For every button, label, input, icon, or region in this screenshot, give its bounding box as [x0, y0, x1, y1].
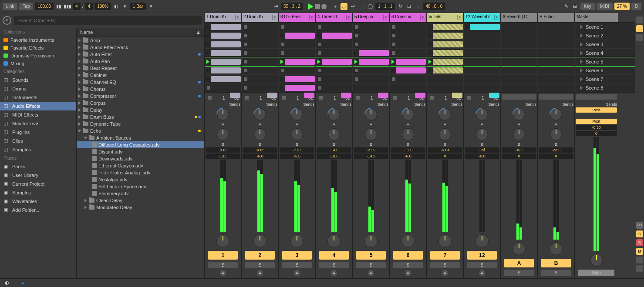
expand-arrow-icon[interactable]	[78, 94, 81, 98]
track-header[interactable]: Vocals	[427, 13, 464, 22]
send-b-knob[interactable]	[550, 128, 562, 140]
clip-play-icon[interactable]	[206, 25, 209, 29]
clip-play-icon[interactable]	[206, 42, 209, 47]
clip-stop-icon[interactable]	[281, 43, 284, 46]
send-a-knob[interactable]	[513, 108, 525, 120]
tempo-field[interactable]: 100.00	[35, 3, 54, 10]
search-input[interactable]	[14, 16, 202, 25]
clip[interactable]	[433, 41, 463, 47]
pan-knob[interactable]	[216, 234, 229, 247]
clip-slot[interactable]	[279, 23, 316, 31]
clip-play-icon[interactable]	[280, 86, 283, 90]
clip-slot[interactable]	[464, 49, 501, 57]
clip-slot[interactable]	[427, 49, 464, 57]
clip-stop-icon[interactable]	[244, 43, 247, 46]
clip[interactable]	[285, 33, 315, 39]
clip-slot[interactable]	[205, 75, 242, 83]
clip-slot[interactable]	[390, 66, 427, 74]
tap-button[interactable]: Tap	[19, 3, 33, 10]
loop-field[interactable]: 48 . 0 . 0	[423, 3, 445, 10]
solo-button[interactable]: S	[430, 262, 460, 268]
expand-arrow-icon[interactable]	[78, 122, 81, 126]
clip[interactable]	[433, 24, 463, 30]
clip-play-icon[interactable]	[206, 51, 209, 55]
clip-slot[interactable]	[316, 23, 353, 31]
arm-button[interactable]: ●	[442, 270, 448, 276]
device-item[interactable]: Beat Repeat	[77, 65, 204, 72]
clip-slot[interactable]	[242, 75, 279, 83]
preset-item[interactable]: Filter Flutter Analog .adv	[77, 169, 204, 176]
crossfade-icon[interactable]	[636, 265, 643, 272]
send-value[interactable]: 0	[539, 154, 573, 159]
clip[interactable]	[396, 59, 426, 65]
expand-arrow-icon[interactable]	[78, 130, 81, 132]
clip-slot[interactable]	[464, 40, 501, 48]
clip-slot[interactable]	[205, 66, 242, 74]
send-a-knob[interactable]	[254, 108, 266, 120]
delay-icon[interactable]	[636, 257, 643, 264]
clip-slot[interactable]	[464, 66, 501, 74]
arm-button[interactable]: ●	[294, 270, 300, 276]
device-item[interactable]: Corpus	[77, 100, 204, 107]
clip[interactable]	[359, 50, 389, 56]
clip-slot[interactable]	[205, 23, 242, 31]
clip-stop-icon[interactable]	[318, 25, 321, 29]
send-a-knob[interactable]	[550, 108, 562, 120]
clip-play-icon[interactable]	[206, 77, 209, 81]
clip-play-icon[interactable]	[428, 51, 432, 55]
place-item[interactable]: ▣Samples	[0, 188, 76, 197]
device-item[interactable]: Auto Filter	[77, 51, 204, 58]
clip[interactable]	[211, 24, 241, 30]
volume-value[interactable]: -7.27	[280, 147, 314, 153]
clip-slot[interactable]	[464, 31, 501, 40]
send-a-knob[interactable]	[365, 108, 377, 120]
pan-knob[interactable]	[364, 234, 378, 247]
clip-slot[interactable]	[390, 75, 427, 83]
clip[interactable]	[211, 76, 241, 82]
track-dropdown-icon[interactable]	[346, 15, 351, 20]
scene-launch[interactable]: Scene 2	[575, 31, 618, 40]
io-icon[interactable]: I·O	[636, 222, 643, 229]
clip-stop-icon[interactable]	[392, 51, 395, 55]
solo-button[interactable]: S	[504, 270, 534, 276]
clip[interactable]	[322, 59, 352, 65]
capture-icon[interactable]: ⬚	[358, 3, 365, 10]
device-item[interactable]: Audio Effect Rack	[77, 44, 204, 51]
track-header[interactable]: 2 Drum Ki	[242, 13, 279, 22]
punch-out-icon[interactable]: ⟋	[414, 3, 421, 10]
record-button[interactable]	[321, 4, 327, 9]
send-b-knob[interactable]	[291, 128, 303, 140]
expand-arrow-icon[interactable]	[78, 39, 81, 42]
clip-stop-icon[interactable]	[392, 34, 395, 37]
device-folder[interactable]: Clean Delay	[77, 197, 204, 204]
category-item[interactable]: ◫Max for Live	[0, 119, 76, 128]
send-a-knob[interactable]	[476, 108, 488, 120]
clip[interactable]	[211, 59, 241, 65]
clip-play-icon[interactable]	[206, 68, 209, 73]
clip-slot[interactable]	[279, 75, 316, 83]
dropdown-icon[interactable]: ▾	[121, 3, 128, 10]
track-dropdown-icon[interactable]	[383, 15, 388, 20]
send-value[interactable]: -14.9	[354, 154, 388, 159]
clip-slot[interactable]	[205, 40, 242, 48]
clip[interactable]	[285, 59, 315, 65]
metronome-icon[interactable]: ▮▮	[55, 3, 62, 10]
track-dropdown-icon[interactable]	[272, 15, 277, 20]
volume-value[interactable]: -6.64	[428, 147, 462, 153]
expand-arrow-icon[interactable]	[78, 108, 81, 112]
key-button[interactable]: Key	[580, 3, 595, 10]
clip-play-icon[interactable]	[317, 60, 320, 64]
solo-button[interactable]: S	[208, 262, 238, 268]
scene-play-icon[interactable]	[580, 33, 583, 38]
volume-value[interactable]: -21.9	[354, 147, 388, 153]
clip[interactable]	[322, 33, 352, 39]
clip-slot[interactable]	[279, 83, 316, 92]
solo-button[interactable]: S	[541, 270, 571, 276]
collection-item[interactable]: Favorite Instruments	[0, 36, 76, 44]
clip-slot[interactable]	[242, 40, 279, 48]
send-value[interactable]: -13.5	[206, 154, 240, 159]
device-item[interactable]: Channel EQ	[77, 79, 204, 86]
clip-slot[interactable]	[464, 75, 501, 83]
pan-knob[interactable]	[327, 234, 341, 247]
clip-slot[interactable]	[242, 31, 279, 40]
